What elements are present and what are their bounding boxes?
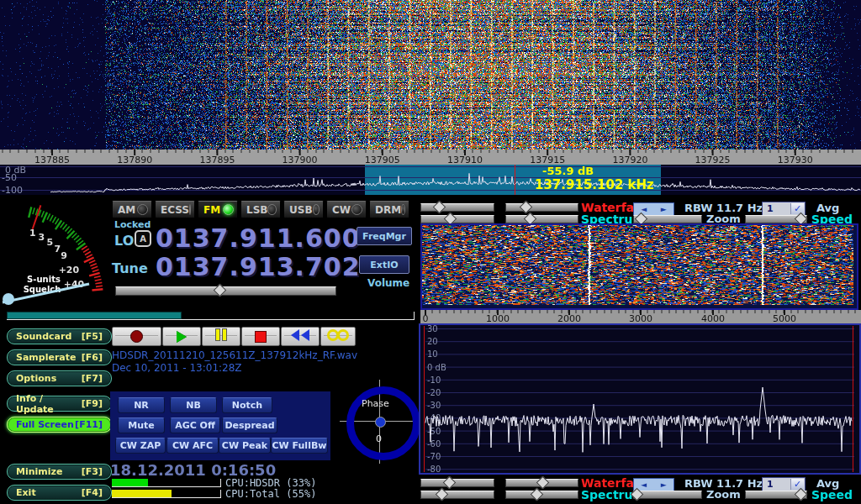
agc-off-button[interactable]: AGC Off [170, 417, 220, 433]
mode-lsb-label: LSB [246, 204, 267, 216]
nr-button[interactable]: NR [118, 397, 165, 413]
samplerate-key: [F6] [82, 352, 103, 363]
mode-cw-led-icon [351, 204, 362, 215]
mode-cw-button[interactable]: CW [326, 201, 367, 218]
options-button[interactable]: Options[F7] [7, 370, 112, 386]
info-update-key: [F9] [82, 398, 103, 409]
af-waterfall[interactable] [422, 225, 853, 305]
mode-lsb-button[interactable]: LSB [240, 201, 281, 218]
zoom-slider[interactable] [633, 215, 702, 223]
cw-zap-button[interactable]: CW ZAP [115, 438, 166, 454]
cw-peak-button[interactable]: CW Peak [219, 438, 271, 454]
samplerate-button[interactable]: Samplerate[F6] [7, 349, 112, 365]
waterfall-contrast-slider[interactable] [505, 203, 578, 212]
full-screen-label: Full Screen [16, 419, 74, 430]
mode-drm-led-icon [401, 204, 405, 215]
s-meter[interactable] [0, 202, 109, 312]
mode-ecss-label: ECSS [161, 204, 189, 216]
rf-waterfall[interactable] [0, 0, 861, 150]
minimize-button[interactable]: Minimize[F3] [7, 464, 112, 480]
cpu-hdsdr-bar-fill [112, 479, 148, 486]
phase-indicator: Phase 0 [340, 378, 420, 465]
playback-progress-bar[interactable] [7, 312, 415, 320]
soundcard-label: Soundcard [16, 331, 71, 342]
cpu-total-label: CPU:Total (55%) [225, 488, 316, 500]
record-button[interactable] [112, 327, 161, 346]
rbw-increase-icon[interactable]: ► [661, 206, 667, 213]
freqmgr-button[interactable]: FreqMgr [357, 227, 412, 245]
info-update-label: Info / Update [16, 393, 82, 415]
af-spectrum[interactable] [419, 323, 861, 475]
af-waterfall-brightness-slider[interactable] [420, 479, 494, 487]
cpu-hdsdr-label: CPU:HDSDR (33%) [225, 477, 316, 489]
lo-label: LO [114, 233, 134, 249]
mode-usb-label: USB [289, 204, 313, 216]
loop-icon [328, 328, 348, 344]
mode-usb-button[interactable]: USB [283, 201, 324, 218]
tune-label: Tune [112, 260, 148, 276]
cpu-total-bar [112, 490, 221, 498]
tune-slider[interactable] [115, 286, 336, 296]
nb-button[interactable]: NB [170, 397, 217, 413]
af-speed-slider[interactable] [745, 491, 807, 499]
pause-icon [214, 328, 228, 344]
af-zoom-slider[interactable] [633, 491, 702, 499]
extio-button[interactable]: ExtIO [359, 255, 409, 274]
mode-fm-button[interactable]: FM [198, 201, 238, 218]
soundcard-button[interactable]: Soundcard[F5] [7, 328, 112, 344]
rf-frequency-scale[interactable] [0, 150, 861, 165]
stop-icon [255, 331, 267, 343]
mode-cw-label: CW [332, 204, 351, 216]
spectrum-contrast-slider[interactable] [505, 215, 578, 223]
locked-label: Locked [114, 219, 151, 230]
cpu-hdsdr-bar [112, 479, 221, 487]
mode-drm-label: DRM [375, 204, 401, 216]
waterfall-brightness-slider[interactable] [420, 203, 494, 212]
loop-button[interactable] [320, 327, 356, 346]
avg-value: 1 [767, 203, 774, 214]
pause-button[interactable] [202, 327, 240, 346]
agc-a-button[interactable]: A [135, 230, 151, 247]
mode-fm-led-icon [223, 204, 234, 215]
af-frequency-scale[interactable] [420, 310, 861, 323]
af-spectrum-brightness-slider[interactable] [420, 491, 494, 499]
notch-button[interactable]: Notch [222, 397, 272, 413]
options-label: Options [16, 373, 56, 384]
tune-frequency-display[interactable]: 0137.913.702 [156, 252, 361, 281]
mode-am-button[interactable]: AM [112, 201, 152, 218]
play-button[interactable] [162, 327, 201, 346]
full-screen-button[interactable]: Full Screen[F11] [7, 417, 112, 433]
info-update-button[interactable]: Info / Update[F9] [7, 396, 112, 412]
dsp-panel: NR NB Notch Mute AGC Off Despread CW ZAP… [110, 391, 330, 460]
stop-button[interactable] [241, 327, 280, 346]
af-avg-value: 1 [767, 479, 774, 490]
minimize-label: Minimize [16, 466, 62, 477]
despread-button[interactable]: Despread [222, 417, 277, 433]
rf-spectrum[interactable] [0, 165, 861, 195]
phase-label: Phase [362, 398, 389, 409]
exit-button[interactable]: Exit[F4] [7, 485, 112, 501]
datetime-display: 18.12.2011 0:16:50 [110, 461, 276, 479]
mode-ecss-led-icon [189, 204, 191, 215]
rewind-button[interactable] [281, 327, 320, 346]
af-waterfall-contrast-slider[interactable] [505, 479, 578, 487]
cw-afc-button[interactable]: CW AFC [166, 438, 219, 454]
soundcard-key: [F5] [82, 331, 103, 342]
mode-ecss-button[interactable]: ECSS [155, 201, 195, 218]
speed-slider[interactable] [745, 215, 807, 223]
lo-frequency-display[interactable]: 0137.911.600 [156, 223, 361, 253]
play-icon [177, 331, 187, 343]
mute-button[interactable]: Mute [118, 417, 165, 433]
cw-fullbw-button[interactable]: CW FullBw [271, 438, 328, 454]
af-speed-label: Speed [811, 488, 853, 501]
mode-drm-button[interactable]: DRM [369, 201, 409, 218]
af-rbw-increase-icon[interactable]: ► [661, 481, 667, 489]
af-spectrum-contrast-slider[interactable] [505, 491, 578, 499]
playback-progress-fill [7, 312, 182, 319]
spectrum-brightness-slider[interactable] [420, 215, 494, 223]
exit-label: Exit [16, 487, 36, 498]
full-screen-key: [F11] [75, 419, 103, 430]
rewind-icon [290, 328, 310, 344]
minimize-key: [F3] [82, 466, 103, 477]
mode-am-led-icon [137, 204, 148, 215]
